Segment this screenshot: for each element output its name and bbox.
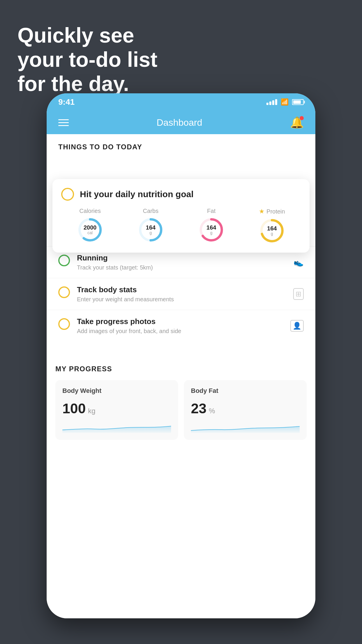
nutrition-card: Hit your daily nutrition goal Calories: [52, 179, 310, 253]
running-icon: 👟: [294, 258, 304, 267]
macro-carbs: Carbs 164 g: [138, 208, 164, 244]
macro-fat: Fat 164 g: [198, 208, 224, 244]
photos-icon: 👤: [290, 320, 304, 332]
body-fat-value-row: 23 %: [191, 400, 300, 416]
macros-row: Calories 2000 cal: [61, 208, 301, 244]
progress-cards: Body Weight 100 kg: [55, 380, 307, 440]
nav-bar: Dashboard 🔔: [47, 111, 315, 134]
body-fat-chart: [191, 421, 300, 433]
body-fat-card[interactable]: Body Fat 23 %: [184, 380, 307, 440]
body-weight-unit: kg: [88, 407, 95, 415]
todo-bodystats-text: Track body stats Enter your weight and m…: [77, 285, 304, 303]
status-icons: 📶: [266, 98, 304, 106]
todo-photos-text: Take progress photos Add images of your …: [77, 317, 304, 335]
body-weight-card[interactable]: Body Weight 100 kg: [55, 380, 178, 440]
phone-frame: 9:41 📶 Dashboard 🔔 THINGS TO: [47, 93, 315, 618]
things-today-title: THINGS TO DO TODAY: [58, 143, 142, 151]
todo-item-photos[interactable]: Take progress photos Add images of your …: [47, 310, 315, 342]
todo-running-circle: [58, 255, 70, 266]
body-fat-value: 23: [191, 400, 206, 416]
macro-protein: ★ Protein 164 g: [259, 208, 285, 244]
body-weight-card-title: Body Weight: [62, 387, 171, 395]
body-fat-unit: %: [209, 407, 215, 415]
macro-calories-label: Calories: [79, 208, 101, 214]
todo-running-text: Running Track your stats (target: 5km): [77, 253, 304, 271]
phone-content: THINGS TO DO TODAY Hit your daily nutrit…: [47, 134, 315, 618]
status-time: 9:41: [58, 97, 75, 107]
things-today-header: THINGS TO DO TODAY: [47, 134, 315, 156]
notification-dot: [300, 116, 304, 120]
todo-bodystats-circle: [58, 286, 70, 298]
wifi-icon: 📶: [281, 98, 289, 106]
macro-carbs-label: Carbs: [143, 208, 158, 214]
body-stats-icon: ⊞: [293, 288, 304, 300]
hamburger-menu[interactable]: [58, 119, 69, 126]
star-icon: ★: [259, 208, 265, 215]
macro-calories-circle: 2000 cal: [77, 217, 103, 243]
body-weight-value-row: 100 kg: [62, 400, 171, 416]
todo-item-body-stats[interactable]: Track body stats Enter your weight and m…: [47, 278, 315, 310]
todo-photos-circle: [58, 318, 70, 330]
macro-carbs-circle: 164 g: [138, 217, 164, 243]
body-weight-value: 100: [62, 400, 86, 416]
battery-icon: [292, 99, 304, 105]
nutrition-check-circle[interactable]: [61, 188, 74, 201]
status-bar: 9:41 📶: [47, 93, 315, 111]
macro-calories: Calories 2000 cal: [77, 208, 103, 244]
progress-section: MY PROGRESS Body Weight 100 kg: [47, 353, 315, 449]
macro-fat-circle: 164 g: [198, 217, 224, 243]
signal-icon: [266, 99, 277, 105]
nutrition-card-title: Hit your daily nutrition goal: [80, 189, 194, 199]
body-fat-card-title: Body Fat: [191, 387, 300, 395]
macro-protein-circle: 164 g: [259, 218, 285, 244]
macro-protein-label: Protein: [266, 208, 285, 215]
macro-fat-label: Fat: [207, 208, 216, 214]
background-headline: Quickly see your to-do list for the day.: [17, 23, 157, 96]
nav-title: Dashboard: [157, 117, 202, 128]
progress-section-title: MY PROGRESS: [55, 365, 307, 373]
notification-bell-button[interactable]: 🔔: [290, 116, 304, 129]
body-weight-chart: [62, 421, 171, 433]
